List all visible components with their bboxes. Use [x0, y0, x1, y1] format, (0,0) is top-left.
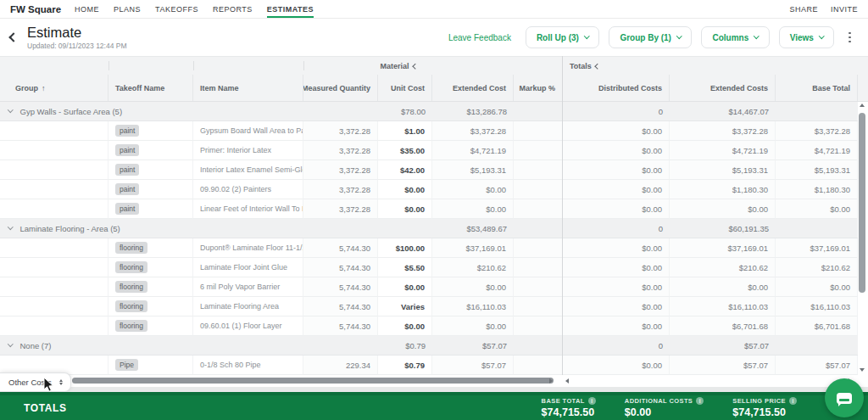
group-row[interactable]: None (7)$0.79$57.070$57.07 — [0, 336, 868, 356]
stat-value: $0.00 — [625, 406, 704, 418]
col-header-label: Takeoff Name — [115, 84, 164, 92]
item-name-cell: 09.90.02 (2) Painters — [193, 180, 303, 199]
takeoff-tag[interactable]: flooring — [115, 242, 147, 254]
base-total-cell: $210.62 — [776, 258, 858, 277]
extended-costs-cell: $1,180.30 — [670, 180, 776, 199]
extended-costs-cell: $37,169.01 — [670, 238, 776, 258]
base-total-cell: $4,721.19 — [776, 141, 858, 160]
extended-costs-cell: $14,467.07 — [670, 102, 776, 121]
col-header-label: Base Total — [812, 84, 850, 92]
nav-item-estimates[interactable]: ESTIMATES — [267, 0, 314, 18]
col-header-takeoff-name[interactable]: Takeoff Name — [108, 75, 193, 101]
stat-base-total: BASE TOTAL$74,715.50 — [542, 397, 596, 418]
nav-item-reports[interactable]: REPORTS — [213, 0, 253, 18]
takeoff-name-cell: flooring — [108, 258, 193, 277]
info-icon[interactable] — [789, 397, 797, 405]
distributed-costs-cell: $0.00 — [563, 199, 670, 219]
other-costs-button[interactable]: Other Costs — [0, 372, 71, 392]
back-icon[interactable] — [8, 32, 18, 42]
unit-cost-cell: $0.79 — [378, 356, 432, 375]
table-row[interactable]: flooringLaminate Floor Joint Glue5,744.3… — [0, 258, 868, 277]
table-row[interactable]: paintGypsum Board Wall Area to Paint3,37… — [0, 121, 868, 141]
collapse-section-icon[interactable] — [413, 64, 418, 69]
takeoff-name-cell: paint — [108, 180, 193, 199]
base-total-cell: $0.00 — [776, 199, 858, 219]
collapse-section-icon[interactable] — [595, 64, 600, 69]
takeoff-tag[interactable]: paint — [115, 125, 139, 137]
table-row[interactable]: flooringLaminate Flooring Area5,744.30Va… — [0, 297, 868, 316]
col-header-unit-cost[interactable]: Unit Cost — [378, 75, 432, 101]
group-label-cell: Gyp Walls - Surface Area (5) — [0, 102, 378, 121]
stat-label: SELLING PRICE — [732, 397, 797, 405]
table-row[interactable]: paintInterior Latex Enamel Semi-Gloss3,3… — [0, 160, 868, 180]
totals-section-header[interactable]: Totals — [570, 57, 599, 76]
invite-button[interactable]: INVITE — [831, 0, 858, 18]
table-row[interactable]: flooringDupont® Laminate Floor 11-1/2" x… — [0, 238, 868, 258]
col-header-measured-quantity[interactable]: Measured Quantity — [303, 75, 378, 101]
group-row[interactable]: Gyp Walls - Surface Area (5)$78.00$13,28… — [0, 102, 868, 121]
extended-costs-cell: $0.00 — [670, 277, 776, 297]
base-total-cell: $6,701.68 — [776, 316, 858, 336]
extended-costs-cell: $60,191.35 — [670, 219, 776, 238]
table-row[interactable]: paint09.90.02 (2) Painters3,372.28$0.00$… — [0, 180, 868, 199]
col-header-extended-cost[interactable]: Extended Cost — [432, 75, 514, 101]
takeoff-tag[interactable]: paint — [115, 183, 139, 195]
table-row[interactable]: Pipe0-1/8 Sch 80 Pipe229.34$0.79$57.07$0… — [0, 356, 868, 375]
columns-dropdown[interactable]: Columns — [701, 26, 769, 48]
table-row[interactable]: paintLinear Feet of Interior Wall To Pai… — [0, 199, 868, 219]
group-row[interactable]: Laminate Flooring - Area (5)$53,489.670$… — [0, 219, 868, 238]
chevron-down-icon[interactable] — [8, 224, 13, 229]
group-by-1-dropdown[interactable]: Group By (1) — [609, 26, 692, 48]
chevron-down-icon[interactable] — [8, 341, 13, 346]
table-row[interactable]: paintPrimer: Interior Latex3,372.28$35.0… — [0, 141, 868, 160]
col-header-extended-costs[interactable]: Extended Costs — [670, 75, 776, 101]
mouse-cursor — [42, 377, 54, 393]
takeoff-tag[interactable]: paint — [115, 164, 139, 176]
takeoff-tag[interactable]: Pipe — [115, 359, 138, 371]
table-row[interactable]: flooring09.60.01 (1) Floor Layer5,744.30… — [0, 316, 868, 336]
col-header-base-total[interactable]: Base Total — [776, 75, 858, 101]
nav-item-home[interactable]: HOME — [75, 0, 99, 18]
col-header-distributed-costs[interactable]: Distributed Costs — [563, 75, 670, 101]
horizontal-scrollbar[interactable] — [72, 378, 554, 384]
leave-feedback-link[interactable]: Leave Feedback — [448, 33, 511, 42]
totals-section-label: Totals — [570, 62, 592, 70]
col-header-label: Item Name — [200, 84, 239, 92]
item-name-cell: Gypsum Board Wall Area to Paint — [193, 121, 303, 141]
info-icon[interactable] — [696, 397, 704, 405]
vertical-scrollbar[interactable] — [859, 113, 865, 293]
kebab-menu-icon[interactable] — [843, 29, 856, 47]
nav-item-plans[interactable]: PLANS — [114, 0, 141, 18]
scroll-left-icon[interactable] — [565, 378, 569, 384]
scroll-up-icon[interactable] — [860, 104, 865, 107]
scroll-right-icon[interactable] — [549, 378, 553, 384]
share-button[interactable]: SHARE — [789, 0, 818, 18]
takeoff-tag[interactable]: flooring — [115, 261, 147, 273]
takeoff-tag[interactable]: paint — [115, 144, 139, 156]
group-cell — [0, 180, 108, 199]
roll-up-3-dropdown[interactable]: Roll Up (3) — [526, 26, 600, 48]
takeoff-tag[interactable]: paint — [115, 203, 139, 215]
chevron-down-icon[interactable] — [8, 107, 13, 112]
col-header-group[interactable]: Group — [0, 75, 108, 101]
app-logo[interactable]: FW Square — [10, 0, 61, 18]
nav-item-takeoffs[interactable]: TAKEOFFS — [155, 0, 198, 18]
base-total-cell: $16,110.03 — [776, 297, 858, 316]
col-header-markup[interactable]: Markup % — [514, 75, 563, 101]
views-dropdown[interactable]: Views — [779, 26, 835, 48]
info-icon[interactable] — [588, 397, 596, 405]
table-row[interactable]: flooring6 mil Poly Vapor Barrier5,744.30… — [0, 277, 868, 297]
takeoff-tag[interactable]: flooring — [115, 320, 147, 332]
material-section-header[interactable]: Material — [364, 57, 417, 76]
takeoff-name-cell: flooring — [108, 316, 193, 336]
unit-cost-cell: $5.50 — [378, 258, 432, 277]
scroll-down-icon[interactable] — [860, 368, 865, 372]
dropdown-label: Roll Up (3) — [537, 33, 579, 42]
chat-bubble-button[interactable] — [825, 378, 864, 417]
markup-cell — [514, 297, 563, 316]
col-header-item-name[interactable]: Item Name — [193, 75, 303, 101]
stat-label-text: BASE TOTAL — [542, 397, 585, 405]
takeoff-tag[interactable]: flooring — [115, 281, 147, 293]
takeoff-tag[interactable]: flooring — [115, 300, 147, 312]
base-total-cell: $0.00 — [776, 277, 858, 297]
